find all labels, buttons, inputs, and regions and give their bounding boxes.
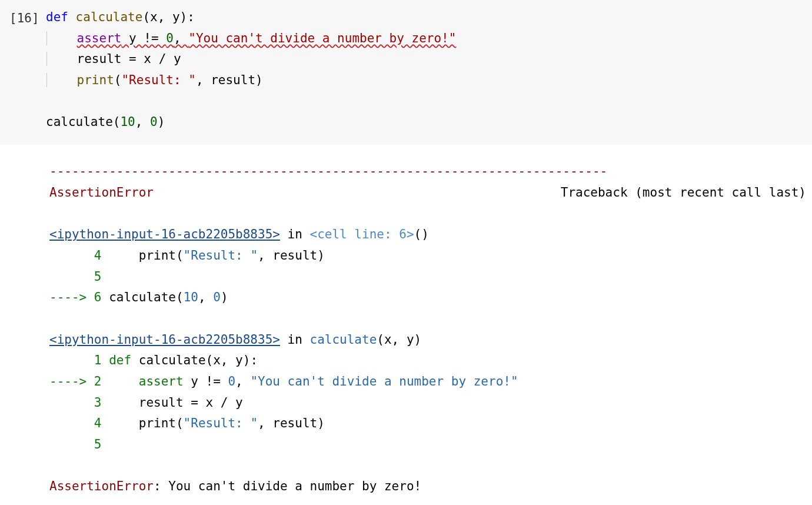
code-input-cell: [16] def calculate(x, y): assert y != 0,… xyxy=(0,0,812,145)
traceback-frame-1-file: <ipython-input-16-acb2205b8835> in <cell… xyxy=(49,227,429,241)
traceback-frame-1-line-5: 5 xyxy=(49,270,102,284)
code-editor[interactable]: def calculate(x, y): assert y != 0, "You… xyxy=(46,7,806,133)
code-line-4[interactable]: print("Result: ", result) xyxy=(46,73,263,87)
traceback-separator: ----------------------------------------… xyxy=(49,164,607,178)
final-error-line: AssertionError: You can't divide a numbe… xyxy=(49,479,421,493)
lint-warning-underline: assert y != 0, "You can't divide a numbe… xyxy=(77,31,457,45)
code-line-6[interactable]: calculate(10, 0) xyxy=(46,115,165,129)
error-name: AssertionError xyxy=(49,479,154,493)
output-cell: ----------------------------------------… xyxy=(0,145,812,505)
file-link[interactable]: <ipython-input-16-acb2205b8835> xyxy=(49,227,280,241)
error-name: AssertionError xyxy=(49,182,154,204)
traceback-frame-2-line-2: ----> 2 assert y != 0, "You can't divide… xyxy=(49,374,518,388)
traceback-frame-2-line-4: 4 print("Result: ", result) xyxy=(49,416,325,430)
traceback-label: Traceback (most recent call last) xyxy=(561,182,806,204)
traceback-arrow-icon: ----> xyxy=(49,374,94,388)
traceback-frame-2-line-1: 1 def calculate(x, y): xyxy=(49,353,258,367)
traceback-output: ----------------------------------------… xyxy=(49,161,806,497)
code-line-3[interactable]: result = x / y xyxy=(46,52,181,66)
traceback-frame-2-file: <ipython-input-16-acb2205b8835> in calcu… xyxy=(49,333,421,347)
traceback-header: AssertionErrorTraceback (most recent cal… xyxy=(49,182,806,204)
traceback-frame-2-line-5: 5 xyxy=(49,437,102,451)
code-line-1[interactable]: def calculate(x, y): xyxy=(46,10,195,24)
traceback-frame-2-line-3: 3 result = x / y xyxy=(49,396,243,410)
file-link[interactable]: <ipython-input-16-acb2205b8835> xyxy=(49,333,280,347)
traceback-arrow-icon: ----> xyxy=(49,290,94,304)
traceback-frame-1-line-6: ----> 6 calculate(10, 0) xyxy=(49,290,228,304)
traceback-frame-1-line-4: 4 print("Result: ", result) xyxy=(49,248,325,263)
execution-count-prompt: [16] xyxy=(6,7,46,29)
code-line-2[interactable]: assert y != 0, "You can't divide a numbe… xyxy=(46,31,456,45)
